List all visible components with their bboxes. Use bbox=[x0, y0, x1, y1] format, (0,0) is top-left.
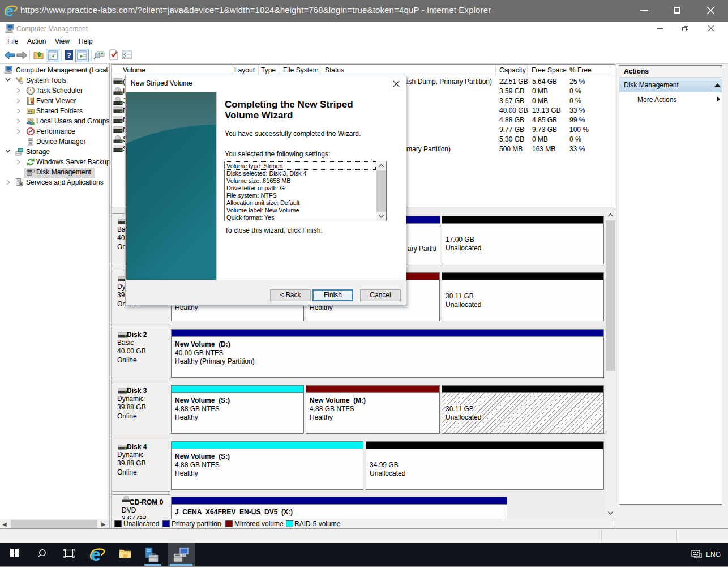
svg-text:?: ? bbox=[67, 51, 71, 59]
